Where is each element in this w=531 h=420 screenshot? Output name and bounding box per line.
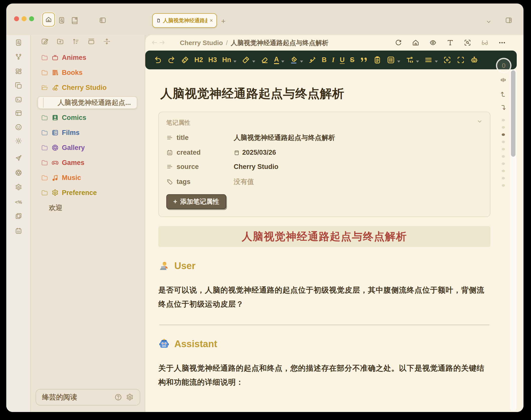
document-icon: [156, 18, 161, 23]
more-icon[interactable]: [498, 39, 506, 47]
copy-icon[interactable]: [15, 82, 22, 89]
tree-item-animes[interactable]: Animes: [31, 50, 145, 65]
outline-dot[interactable]: [502, 148, 505, 150]
tree-item-label: Comics: [62, 114, 86, 122]
tree-item-label: Cherry Studio: [62, 84, 107, 92]
notebook-switcher[interactable]: 绛芸的阅读: [36, 389, 140, 405]
layout-icon[interactable]: [15, 109, 22, 117]
typewriter-mode-icon[interactable]: [499, 77, 507, 84]
scrollbar-track[interactable]: [510, 69, 516, 411]
outline-dot[interactable]: [502, 119, 505, 121]
outline-dot[interactable]: [502, 162, 505, 165]
ai-counter-badge[interactable]: 0: [496, 58, 511, 73]
scroll-bottom-icon[interactable]: [499, 104, 507, 111]
tree-item-label: Music: [62, 174, 81, 182]
folder-icon: [41, 69, 48, 76]
assistant-message-text[interactable]: 关于人脑视觉神经通路的起点和终点，您的描述存在部分不准确之处。以下是视觉通路的关…: [158, 361, 488, 389]
tree-item-books[interactable]: Books: [31, 65, 145, 80]
panel-left-icon[interactable]: [99, 17, 106, 24]
folder-icon: [41, 159, 48, 166]
right-rail: [499, 77, 507, 187]
tree-item-cherry-studio[interactable]: Cherry Studio: [31, 80, 145, 95]
outline-dot[interactable]: [502, 141, 505, 143]
attribute-row-tags[interactable]: tags 没有值: [166, 177, 482, 186]
scroll-top-icon[interactable]: [499, 90, 507, 98]
plus-icon: +: [173, 198, 177, 205]
windows-stack-icon[interactable]: [15, 212, 22, 220]
chevron-down-icon[interactable]: [485, 19, 492, 25]
tree-item-welcome[interactable]: 欢迎: [31, 200, 145, 215]
app-window: 人脑视觉神经通路起点... × + <%: [6, 4, 523, 412]
file-tree-panel: Animes Books Cherry Studio 人脑视觉神经通路起点...: [31, 35, 145, 412]
attribute-row-title[interactable]: title 人脑视觉神经通路起点与终点解析: [166, 133, 482, 142]
attribute-value[interactable]: 人脑视觉神经通路起点与终点解析: [234, 133, 335, 142]
outline-dot[interactable]: [502, 177, 505, 179]
tab-close-icon[interactable]: ×: [210, 18, 213, 23]
attribute-row-created[interactable]: created 2025/03/26: [166, 149, 482, 156]
text-lines-icon: [166, 163, 173, 170]
scrollbar-thumb[interactable]: [511, 70, 515, 157]
section-role: User: [174, 261, 196, 271]
folder-icon: [41, 174, 48, 181]
folder-icon: [41, 144, 48, 151]
film-icon: [51, 129, 59, 136]
send-icon[interactable]: [15, 155, 22, 162]
new-tab-button[interactable]: +: [221, 18, 226, 25]
new-folder-icon[interactable]: [56, 38, 64, 45]
zoom-window-button[interactable]: [29, 16, 34, 21]
tree-item-comics[interactable]: Comics: [31, 110, 145, 125]
attribute-key: title: [177, 134, 234, 142]
tag-icon: [166, 178, 173, 185]
tree-item-games[interactable]: Games: [31, 155, 145, 170]
outline-dot[interactable]: [502, 170, 505, 172]
help-icon[interactable]: [114, 393, 122, 401]
tree-item-music[interactable]: Music: [31, 170, 145, 185]
search-document-icon[interactable]: [58, 17, 65, 24]
graph-icon[interactable]: [15, 53, 22, 61]
collapse-chevron-icon[interactable]: [476, 118, 483, 125]
panel-top-icon[interactable]: [87, 38, 95, 45]
gear-icon[interactable]: [126, 393, 134, 401]
add-attribute-button[interactable]: + 添加笔记属性: [166, 194, 226, 209]
tree-item-preference[interactable]: Preference: [31, 185, 145, 200]
tab-active[interactable]: 人脑视觉神经通路起点... ×: [152, 13, 217, 28]
book-icon[interactable]: [71, 17, 78, 24]
outline-dot-active[interactable]: [502, 133, 505, 136]
robot-emoji-icon: [158, 338, 170, 350]
new-note-icon[interactable]: [41, 38, 49, 45]
outline-dot[interactable]: [502, 155, 505, 158]
attribute-row-source[interactable]: source Cherry Studio: [166, 163, 482, 171]
tree-item-gallery[interactable]: Gallery: [31, 140, 145, 155]
attribute-value-empty[interactable]: 没有值: [234, 177, 254, 186]
aperture-icon[interactable]: [15, 169, 22, 176]
outline-dot[interactable]: [502, 126, 505, 129]
outline-dot[interactable]: [502, 184, 505, 187]
user-message-text[interactable]: 是否可以说，人脑的视觉神经通路的起点位于初级视觉皮层，其中腹侧流终点位于额叶，背…: [158, 283, 488, 311]
brightness-icon[interactable]: [15, 137, 22, 145]
code-icon[interactable]: <%: [15, 198, 22, 206]
panel-right-icon[interactable]: [505, 17, 512, 24]
section-heading-assistant[interactable]: Assistant: [158, 338, 490, 350]
smiley-icon[interactable]: [15, 123, 22, 131]
document-heading[interactable]: 人脑视觉神经通路起点与终点解析: [158, 226, 490, 247]
tree-item-current-document[interactable]: 人脑视觉神经通路起点...: [38, 96, 137, 109]
attribute-value[interactable]: Cherry Studio: [234, 163, 279, 171]
dashboard-icon[interactable]: [15, 68, 22, 75]
dock: <%: [6, 35, 31, 412]
settings-icon[interactable]: [15, 183, 22, 191]
section-heading-user[interactable]: User: [158, 260, 490, 272]
close-window-button[interactable]: [14, 16, 19, 21]
document-title[interactable]: 人脑视觉神经通路起点与终点解析: [160, 86, 490, 102]
terminal-icon[interactable]: [15, 96, 22, 103]
calendar-icon[interactable]: [15, 227, 22, 235]
attribute-value[interactable]: 2025/03/26: [234, 149, 276, 156]
minimize-window-button[interactable]: [22, 16, 27, 21]
folder-icon: [41, 189, 48, 196]
collapse-all-icon[interactable]: [103, 38, 111, 45]
home-tab-button[interactable]: [42, 13, 55, 27]
document-search-icon[interactable]: [15, 39, 22, 46]
sort-icon[interactable]: [72, 38, 80, 45]
back-icon[interactable]: [151, 39, 158, 46]
tree-item-label: Preference: [62, 189, 97, 197]
tree-item-films[interactable]: Films: [31, 125, 145, 140]
